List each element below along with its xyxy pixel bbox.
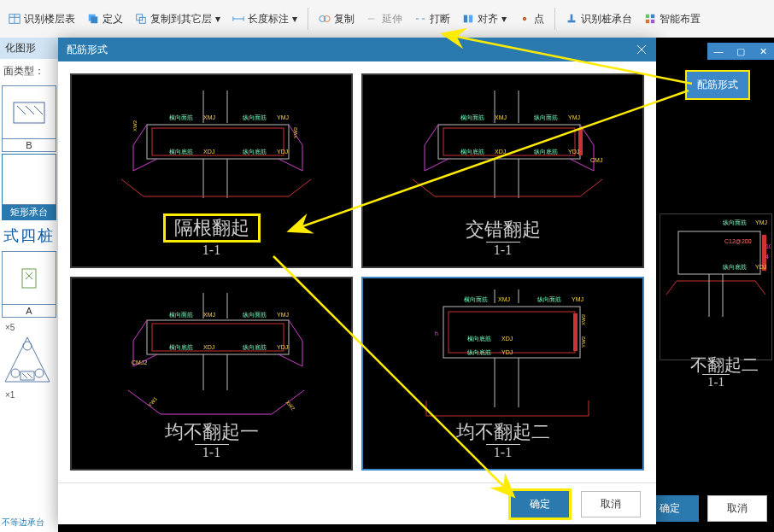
svg-text:横向面筋: 横向面筋 (460, 114, 484, 121)
close-button[interactable]: ✕ (752, 43, 774, 60)
option-card-2[interactable]: 横向面筋XMJ 纵向面筋YMJ 横向底筋XDJ 纵向底筋YDJ CMJ 交错翻起… (361, 73, 644, 268)
svg-rect-21 (646, 15, 649, 18)
svg-line-37 (22, 373, 27, 378)
svg-rect-24 (651, 20, 654, 23)
graph-tab[interactable]: 化图形 (0, 38, 58, 59)
background-preview-card: 纵向面筋 YMJ C12@200 纵向底筋 YDJ 10 4 (660, 213, 772, 360)
extend-button[interactable]: 延伸 (361, 9, 408, 29)
rebar-form-button[interactable]: 配筋形式 (685, 70, 750, 100)
svg-text:YMJ: YMJ (277, 114, 289, 120)
shape-thumb (3, 86, 56, 138)
svg-text:纵向底筋: 纵向底筋 (243, 344, 267, 350)
align-button[interactable]: 对齐 ▾ (457, 9, 512, 29)
dialog-footer: 确定 取消 (58, 482, 656, 524)
svg-text:XMJ: XMJ (495, 114, 507, 120)
option-card-4[interactable]: 横向面筋XMJ 纵向面筋YMJ 横向底筋XDJ 纵向底筋YDJ XW2 YW2 … (361, 277, 644, 471)
background-sub: 1-1 (702, 374, 730, 389)
table-icon (9, 13, 21, 25)
svg-rect-50 (147, 125, 289, 159)
svg-line-27 (26, 106, 34, 114)
cancel-button[interactable]: 取消 (581, 491, 641, 517)
length-dim-label: 长度标注 (248, 12, 289, 26)
copy-label: 复制 (334, 12, 355, 26)
scale-label: ×5 (0, 323, 58, 332)
caption-highlight: 隔根翻起 (166, 216, 258, 240)
copy-layer-button[interactable]: 复制到其它层 ▾ (130, 9, 226, 29)
dialog-body: 横向面筋XMJ 纵向面筋YMJ 横向底筋XDJ 纵向底筋YDJ XW2 YW2 … (58, 61, 656, 482)
svg-rect-19 (568, 20, 576, 23)
svg-text:纵向面筋: 纵向面筋 (243, 312, 267, 318)
shape-label: B (3, 138, 56, 151)
svg-text:YMJ: YMJ (277, 312, 289, 318)
svg-text:纵向底筋: 纵向底筋 (534, 149, 558, 155)
svg-point-34 (11, 369, 20, 377)
svg-rect-23 (646, 20, 649, 23)
smart-icon (644, 13, 656, 25)
diag-tag: YMJ (755, 219, 767, 225)
svg-text:XDJ: XDJ (203, 344, 214, 350)
svg-point-35 (35, 369, 44, 377)
svg-text:横向底筋: 横向底筋 (467, 336, 491, 342)
identify-floor-label: 识别楼层表 (24, 12, 75, 26)
svg-text:YDJ: YDJ (568, 149, 579, 155)
svg-text:纵向面筋: 纵向面筋 (243, 114, 267, 120)
length-dim-button[interactable]: 长度标注 ▾ (227, 9, 302, 29)
diag-label: 纵向面筋 (723, 219, 747, 225)
bg-cancel-button[interactable]: 取消 (707, 495, 767, 522)
smart-layout-button[interactable]: 智能布置 (639, 9, 706, 29)
option-card-1[interactable]: 横向面筋XMJ 纵向面筋YMJ 横向底筋XDJ 纵向底筋YDJ XW2 YW2 … (70, 73, 353, 268)
svg-text:横向底筋: 横向底筋 (169, 344, 193, 351)
option-card-3[interactable]: 横向面筋XMJ 纵向面筋YMJ 横向底筋XDJ 纵向底筋YDJ CMJ2 YW1… (70, 277, 353, 471)
triangle-thumb (0, 332, 55, 390)
svg-rect-25 (14, 102, 44, 123)
identify-ct-button[interactable]: 识别桩承台 (560, 9, 637, 29)
svg-rect-29 (22, 269, 36, 288)
chevron-down-icon: ▾ (215, 13, 220, 25)
minimize-button[interactable]: — (707, 43, 730, 60)
dialog-close-button[interactable] (636, 44, 648, 56)
copy-icon (319, 13, 331, 25)
dialog-titlebar[interactable]: 配筋形式 (58, 38, 656, 61)
svg-text:XMJ: XMJ (203, 114, 215, 120)
identify-floor-button[interactable]: 识别楼层表 (3, 9, 80, 29)
svg-text:YMJ: YMJ (572, 296, 583, 302)
svg-text:横向面筋: 横向面筋 (169, 114, 193, 121)
ribbon-toolbar: 识别楼层表 定义 复制到其它层 ▾ 长度标注 ▾ 复制 延伸 打断 对齐 ▾ 点… (0, 0, 774, 38)
point-button[interactable]: 点 (513, 9, 549, 29)
svg-rect-4 (91, 16, 97, 23)
break-button[interactable]: 打断 (409, 9, 455, 29)
svg-rect-22 (651, 15, 654, 18)
svg-text:XMJ: XMJ (203, 312, 215, 318)
svg-rect-101 (573, 313, 578, 351)
align-icon (462, 13, 474, 25)
shape-four-pile-text: 式四桩 (0, 222, 58, 249)
define-button[interactable]: 定义 (82, 9, 128, 29)
svg-rect-100 (449, 312, 575, 353)
maximize-button[interactable]: ▢ (730, 43, 752, 60)
svg-rect-36 (21, 371, 34, 380)
align-label: 对齐 (478, 12, 498, 26)
dim-label: 10 (765, 243, 771, 249)
shape-rect-ct[interactable]: 矩形承台 (2, 154, 56, 220)
svg-rect-17 (469, 15, 472, 23)
chevron-down-icon: ▾ (501, 13, 507, 25)
divider (308, 8, 308, 30)
shape-rect-b[interactable]: B (2, 85, 56, 152)
shape-a[interactable]: A (2, 251, 56, 318)
ruler-icon (232, 13, 244, 25)
dim-label: 4 (765, 254, 769, 260)
card-sub: 1-1 (486, 444, 520, 460)
point-label: 点 (534, 12, 544, 26)
background-caption: 不翻起二 (690, 354, 759, 377)
svg-point-33 (23, 342, 32, 350)
svg-text:YW1: YW1 (147, 396, 158, 408)
shape-thumb (3, 252, 56, 304)
background-footer-buttons: 确定 取消 (641, 495, 767, 522)
define-label: 定义 (103, 12, 123, 26)
ok-button[interactable]: 确定 (511, 491, 569, 517)
svg-text:CMJ2: CMJ2 (132, 360, 147, 365)
section-type-label: 面类型： (0, 59, 58, 84)
svg-line-26 (17, 106, 26, 114)
svg-text:XDJ: XDJ (501, 336, 513, 342)
copy-button[interactable]: 复制 (314, 9, 360, 29)
